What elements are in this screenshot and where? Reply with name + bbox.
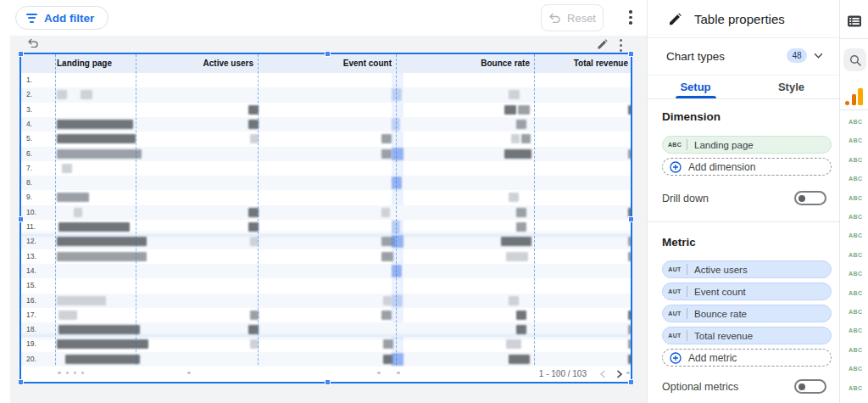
field-type-abc-label[interactable]: ABC [849, 214, 862, 220]
redacted-summary-value [187, 372, 191, 374]
column-divider[interactable] [55, 54, 56, 382]
redacted-cell-value [504, 149, 531, 159]
field-type-abc-label[interactable]: ABC [849, 119, 862, 125]
field-type-abc-label[interactable]: ABC [849, 366, 862, 372]
field-type-abc-label[interactable]: ABC [849, 385, 862, 391]
redacted-cell-value [392, 235, 403, 248]
field-type-abc-label[interactable]: ABC [849, 347, 862, 353]
table-row: 19. [21, 337, 631, 351]
chart-toolbar [10, 36, 647, 53]
field-type-badge: ABC [663, 142, 687, 148]
add-metric-button[interactable]: Add metric [662, 349, 832, 367]
field-type-badge: AUT [663, 288, 687, 294]
table-row: 3. [21, 103, 631, 117]
column-header-landing-page[interactable]: Landing page [57, 54, 159, 73]
kebab-menu-icon[interactable] [629, 10, 632, 25]
table-body: 1.2.3.4.5.6.7.8.9.10.11.12.13.14.15.16.1… [21, 73, 631, 367]
row-number: 9. [26, 193, 32, 201]
chart-types-selector[interactable]: Chart types 48 [648, 39, 839, 75]
panel-header: Table properties [648, 0, 839, 38]
column-divider[interactable] [534, 54, 535, 382]
add-filter-button[interactable]: Add filter [15, 6, 108, 30]
column-header-active-users[interactable]: Active users [152, 54, 253, 73]
drill-down-toggle[interactable] [794, 191, 826, 205]
redacted-cell-value [521, 134, 531, 143]
column-divider[interactable] [258, 54, 259, 382]
redacted-cell-value [516, 311, 526, 320]
row-number: 13. [26, 252, 36, 260]
dimension-heading: Dimension [662, 110, 721, 123]
redacted-cell-value [628, 105, 631, 115]
redacted-cell-value [509, 90, 520, 99]
metric-chip-event-count[interactable]: AUTEvent count [662, 283, 832, 300]
properties-panel: Table properties Chart types 48 Setup St… [647, 0, 839, 403]
field-type-abc-label[interactable]: ABC [849, 271, 862, 277]
metric-chip-total-revenue[interactable]: AUTTotal revenue [662, 327, 832, 344]
redacted-cell-value [506, 252, 528, 261]
field-type-abc-label[interactable]: ABC [849, 176, 862, 182]
row-number: 1. [26, 76, 32, 84]
resize-handle[interactable] [628, 51, 634, 57]
pencil-icon[interactable] [597, 39, 608, 50]
dimension-chip[interactable]: ABC Landing page [662, 136, 832, 154]
redacted-cell-value [504, 105, 516, 115]
column-divider[interactable] [136, 54, 136, 382]
chart-types-count-badge: 48 [787, 48, 807, 63]
table-row: 20. [21, 352, 631, 367]
redacted-cell-value [57, 134, 136, 143]
undo-icon[interactable] [27, 38, 39, 48]
redacted-cell-value [392, 294, 403, 307]
add-dimension-button[interactable]: Add dimension [662, 158, 832, 176]
panel-title: Table properties [694, 12, 785, 26]
table-chart[interactable]: Landing pageActive usersEvent countBounc… [19, 53, 632, 383]
metric-chip-label: Active users [687, 265, 748, 275]
data-table-icon[interactable] [847, 14, 862, 29]
field-type-abc-label[interactable]: ABC [849, 195, 862, 201]
resize-handle[interactable] [18, 379, 24, 385]
reset-button[interactable]: Reset [541, 4, 604, 31]
chevron-right-icon[interactable] [614, 368, 626, 380]
tab-setup[interactable]: Setup [648, 76, 743, 98]
redacted-cell-value [392, 148, 403, 160]
field-type-abc-label[interactable]: ABC [849, 252, 862, 258]
redacted-cell-value [57, 237, 147, 246]
field-type-abc-label[interactable]: ABC [849, 327, 862, 333]
row-number: 7. [26, 164, 32, 172]
redacted-cell-value [516, 325, 526, 334]
column-header-bounce-rate[interactable]: Bounce rate [428, 54, 530, 73]
metric-chip-bounce-rate[interactable]: AUTBounce rate [662, 305, 832, 322]
row-number: 5. [26, 134, 32, 143]
field-type-abc-label[interactable]: ABC [849, 309, 862, 315]
search-icon[interactable] [843, 48, 866, 71]
tab-style[interactable]: Style [743, 76, 839, 98]
column-header-total-revenue[interactable]: Total revenue [526, 54, 628, 73]
redacted-cell-value [628, 149, 631, 159]
resize-handle[interactable] [628, 379, 634, 385]
metric-chip-active-users[interactable]: AUTActive users [662, 260, 832, 278]
field-type-abc-label[interactable]: ABC [849, 232, 862, 238]
redacted-cell-value [381, 252, 393, 261]
column-header-event-count[interactable]: Event count [290, 54, 392, 73]
row-number: 14. [26, 266, 36, 275]
resize-handle[interactable] [18, 51, 24, 57]
table-row: 7. [21, 161, 631, 176]
resize-handle[interactable] [628, 216, 634, 222]
table-row: 2. [21, 87, 631, 102]
table-row: 14. [21, 264, 631, 278]
field-type-abc-label[interactable]: ABC [849, 157, 862, 163]
redacted-cell-value [381, 149, 392, 159]
row-number: 15. [26, 281, 36, 289]
field-type-abc-label[interactable]: ABC [849, 137, 862, 143]
field-type-abc-label[interactable]: ABC [849, 290, 862, 296]
kebab-menu-icon[interactable] [620, 39, 622, 52]
column-divider[interactable] [396, 54, 397, 382]
redacted-summary-value [58, 372, 61, 374]
chevron-left-icon[interactable] [597, 368, 609, 380]
filter-icon [26, 14, 37, 23]
resize-handle[interactable] [325, 51, 331, 57]
resize-handle[interactable] [325, 379, 331, 385]
redacted-cell-value [62, 164, 72, 173]
google-analytics-icon[interactable] [845, 87, 864, 105]
resize-handle[interactable] [18, 216, 24, 222]
optional-metrics-toggle[interactable] [794, 379, 826, 394]
